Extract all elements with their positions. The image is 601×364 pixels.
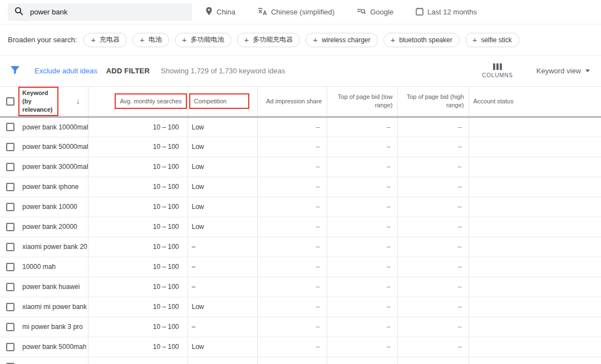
avg-monthly-searches-cell: 10 – 100 [88,257,188,277]
location-pin-icon [205,7,213,17]
broaden-chip[interactable]: + 多功能电池 [175,33,231,47]
location-label: China [216,8,235,16]
keyword-cell: mi power bank 3 pro [18,317,88,337]
top-bid-low-cell: – [327,337,397,357]
network-setting[interactable]: Google [357,7,393,17]
top-bid-low-cell: – [327,277,397,297]
top-bid-high-cell: – [397,197,469,217]
avg-monthly-searches-cell: 10 – 100 [88,337,188,357]
row-checkbox[interactable] [6,263,14,271]
top-bid-low-cell: – [327,157,397,177]
select-all-checkbox[interactable] [6,97,14,106]
plus-icon: + [472,36,477,44]
chip-label: 电池 [149,35,162,44]
broaden-chip[interactable]: + bluetooth speaker [383,33,460,47]
competition-cell: – [188,237,257,257]
account-status-cell [469,297,601,317]
keyword-table-row: power bank 5000mah 10 – 100 Low – – – [0,337,601,357]
ad-impression-share-cell: – [257,357,327,364]
keyword-table-row: 10000 mah 10 – 100 – – – – [0,257,601,277]
filter-icon[interactable] [10,65,20,77]
top-bid-low-cell: – [327,117,397,137]
keyword-table-row: xiaomi mi power bank 3 10 – 100 Low – – … [0,297,601,317]
row-checkbox[interactable] [6,243,14,251]
keyword-view-dropdown[interactable]: Keyword view [536,67,590,75]
chip-label: 多功能充电器 [253,35,293,44]
location-setting[interactable]: China [205,7,235,17]
header-top-bid-low[interactable]: Top of page bid (low range) [327,87,397,117]
chip-label: wireless charger [322,36,370,44]
header-avg-monthly-searches[interactable]: Avg. monthly searches [88,87,188,117]
annotation-box-searches: Avg. monthly searches [115,93,186,109]
ad-impression-share-cell: – [257,197,327,217]
plus-icon: + [391,36,396,44]
account-status-cell [469,237,601,257]
header-ad-impression-share[interactable]: Ad impression share [257,87,327,117]
header-keyword-label: Keyword (by relevance) [22,89,52,113]
broaden-chip[interactable]: + 电池 [132,33,169,47]
competition-cell: – [188,257,257,277]
row-checkbox[interactable] [6,123,14,131]
competition-cell: Low [188,197,257,217]
row-checkbox[interactable] [6,223,14,231]
broaden-chip[interactable]: + 充电器 [83,33,127,47]
search-input[interactable] [30,8,185,16]
top-bid-low-cell: – [327,197,397,217]
keyword-table-row: power bank huawei 10 – 100 – – – – [0,277,601,297]
ad-impression-share-cell: – [257,177,327,197]
keyword-cell: power bank 20000 [18,217,88,237]
row-checkbox[interactable] [6,343,14,351]
top-bid-low-cell: – [327,237,397,257]
plus-icon: + [182,36,187,44]
top-bid-low-cell: – [327,297,397,317]
calendar-icon [416,7,423,17]
keyword-planner-page: China A Chinese (simplified) Google Last… [0,0,601,364]
add-filter-button[interactable]: ADD FILTER [106,67,150,75]
account-status-cell [469,357,601,364]
language-setting[interactable]: A Chinese (simplified) [258,7,334,17]
date-range-setting[interactable]: Last 12 months [416,7,477,17]
header-top-bid-high[interactable]: Top of page bid (high range) [397,87,469,117]
row-checkbox[interactable] [6,283,14,291]
toolbar-right: COLUMNS Keyword view [482,63,593,78]
plus-icon: + [91,36,96,44]
ad-impression-share-cell: – [257,297,327,317]
header-account-status[interactable]: Account status [469,87,601,117]
annotation-box-keyword: Keyword (by relevance) [18,87,58,116]
keyword-table-row: power bank 10000 10 – 100 Low – – – [0,197,601,217]
row-checkbox[interactable] [6,203,14,211]
competition-cell: Low [188,297,257,317]
exclude-adult-ideas-link[interactable]: Exclude adult ideas [35,67,97,75]
row-checkbox[interactable] [6,183,14,191]
top-bid-high-cell: – [397,137,469,157]
broaden-chip[interactable]: + wireless charger [306,33,377,47]
ad-impression-share-cell: – [257,277,327,297]
account-status-cell [469,337,601,357]
row-checkbox[interactable] [6,323,14,331]
account-status-cell [469,277,601,297]
language-label: Chinese (simplified) [271,8,334,16]
header-keyword[interactable]: Keyword (by relevance) ↓ [18,87,88,117]
broaden-chip[interactable]: + selfie stick [465,33,519,47]
row-checkbox[interactable] [6,163,14,171]
keyword-table-row: mi power bank 3 pro 10 – 100 – – – – [0,317,601,337]
showing-count-text: Showing 1,729 of 1,730 keyword ideas [161,67,285,75]
broaden-chip[interactable]: + 多功能充电器 [237,33,300,47]
competition-cell: – [188,317,257,337]
search-network-icon [357,7,366,17]
plus-icon: + [140,36,145,44]
header-competition[interactable]: Competition [188,87,257,117]
annotation-box-competition: Competition [189,93,249,109]
competition-cell: – [188,277,257,297]
row-checkbox[interactable] [6,303,14,311]
chip-label: bluetooth speaker [399,36,452,44]
plus-icon: + [244,36,249,44]
columns-button[interactable]: COLUMNS [482,63,513,78]
row-checkbox[interactable] [6,143,14,151]
keyword-cell: power bank 10000mah [18,117,88,137]
account-status-cell [469,137,601,157]
header-competition-label: Competition [194,98,227,104]
keyword-search-box[interactable] [8,3,192,21]
keyword-cell: power bank 30000mah [18,157,88,177]
sort-descending-icon[interactable]: ↓ [76,97,88,106]
